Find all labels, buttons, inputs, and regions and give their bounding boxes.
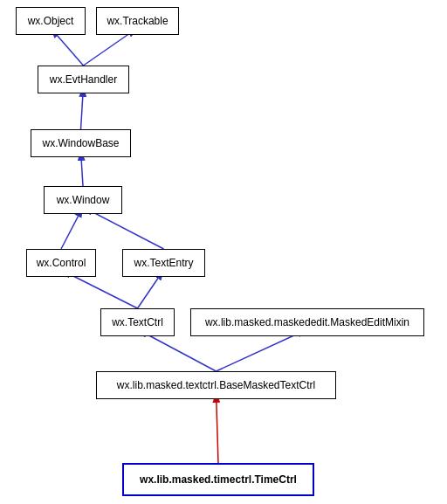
- node-wx_object[interactable]: wx.Object: [16, 7, 86, 35]
- node-wx_timectrl[interactable]: wx.lib.masked.timectrl.TimeCtrl: [122, 463, 314, 496]
- node-wx_trackable[interactable]: wx.Trackable: [96, 7, 179, 35]
- node-wx_evthandler[interactable]: wx.EvtHandler: [38, 66, 129, 93]
- svg-line-12: [217, 392, 219, 463]
- node-wx_textctrl[interactable]: wx.TextCtrl: [100, 308, 175, 336]
- node-wx_maskeditmixin[interactable]: wx.lib.masked.maskededit.MaskedEditMixin: [190, 308, 424, 336]
- node-wx_basemaskedtextctrl[interactable]: wx.lib.masked.textctrl.BaseMaskedTextCtr…: [96, 371, 336, 399]
- node-wx_windowbase[interactable]: wx.WindowBase: [31, 129, 131, 157]
- node-wx_window[interactable]: wx.Window: [44, 186, 122, 214]
- node-wx_control[interactable]: wx.Control: [26, 249, 96, 277]
- diagram-container: wx.Objectwx.Trackablewx.EvtHandlerwx.Win…: [0, 0, 447, 504]
- node-wx_textentry[interactable]: wx.TextEntry: [122, 249, 205, 277]
